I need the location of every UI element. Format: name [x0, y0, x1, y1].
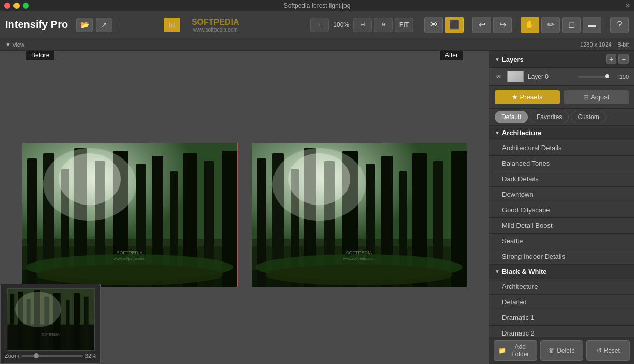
eye-icon: 👁 [496, 73, 502, 80]
default-filter-label: Default [501, 113, 521, 121]
preset-dark-details[interactable]: Dark Details [489, 171, 634, 187]
redo-icon: ↪ [499, 20, 506, 30]
star-icon: ★ [512, 93, 520, 101]
favorites-filter-label: Favorites [537, 113, 562, 121]
brush-tool-button[interactable]: ✏ [541, 17, 560, 33]
adjust-tab-label: Adjust [590, 93, 609, 101]
close-button[interactable] [4, 3, 10, 9]
svg-point-19 [59, 153, 121, 205]
favorites-filter-tab[interactable]: Favorites [530, 111, 569, 123]
status-info: 1280 x 1024 8-bit [580, 41, 629, 48]
split-view-icon: ⊞ [169, 21, 175, 29]
preset-bw-dramatic2[interactable]: Dramatic 2 [489, 326, 634, 337]
layer-visibility-toggle[interactable]: 👁 [495, 72, 503, 81]
zoom-slider[interactable] [21, 355, 83, 357]
reset-icon: ↺ [597, 347, 602, 354]
remove-layer-button[interactable]: − [618, 54, 629, 64]
filter-tabs: Default Favorites Custom [489, 109, 634, 126]
minus-icon: − [622, 55, 626, 63]
presets-list[interactable]: ▼ Architecture Architectural Details Bal… [489, 126, 634, 337]
zoom-plus-icon: ⊕ [361, 21, 365, 28]
add-layer-button[interactable]: + [606, 54, 616, 64]
preset-good-cityscape[interactable]: Good Cityscape [489, 202, 634, 218]
eye-tool-button[interactable]: 👁 [424, 17, 443, 33]
svg-point-39 [266, 265, 452, 285]
after-label: After [440, 51, 463, 60]
after-forest-svg: SOFTPEDIA www.softpedia.com [252, 143, 467, 287]
add-folder-icon: 📁 [498, 347, 506, 354]
preset-mild-detail-boost[interactable]: Mild Detail Boost [489, 218, 634, 234]
preset-architectural-details[interactable]: Architectural Details [489, 140, 634, 156]
layers-header: ▼ Layers + − [489, 51, 634, 68]
watermark-logo: SOFTPEDIA [192, 17, 239, 26]
presets-tab[interactable]: ★ Presets [495, 90, 560, 104]
canvas-area[interactable]: Before After [0, 51, 489, 364]
adjust-tab[interactable]: ⊞ Adjust [564, 90, 629, 104]
eraser-icon: ◻ [568, 20, 575, 30]
titlebar-right-control: ⊠ [625, 2, 630, 9]
reset-button[interactable]: ↺ Reset [586, 340, 630, 361]
preset-balanced-tones[interactable]: Balanced Tones [489, 156, 634, 171]
layer-opacity-value: 100 [613, 74, 629, 80]
black-white-category[interactable]: ▼ Black & White [489, 265, 634, 279]
titlebar: Softpedia forest light.jpg ⊠ [0, 0, 634, 11]
delete-button[interactable]: 🗑 Delete [540, 340, 584, 361]
view-split-button[interactable]: ⊞ [164, 18, 180, 32]
svg-rect-46 [10, 294, 14, 350]
before-label: Before [26, 51, 54, 60]
maximize-button[interactable] [23, 3, 29, 9]
rectangle-tool-button[interactable]: ▬ [583, 17, 601, 33]
action-bar: 📁 Add Folder 🗑 Delete ↺ Reset [489, 337, 634, 364]
preset-bw-architecture[interactable]: Architecture [489, 279, 634, 295]
split-divider[interactable] [237, 143, 238, 287]
bit-depth: 8-bit [618, 41, 629, 48]
rectangle-icon: ▬ [588, 20, 596, 30]
image-pair: SOFTPEDIA www.softpedia.com [22, 143, 467, 287]
view-control[interactable]: ▼ view [5, 41, 24, 48]
preset-downtown[interactable]: Downtown [489, 187, 634, 202]
zoom-in-button[interactable]: + [310, 18, 329, 32]
layers-controls: + − [606, 54, 629, 64]
open-button[interactable]: 📂 [76, 18, 93, 32]
preset-strong-indoor-details[interactable]: Strong Indoor Details [489, 249, 634, 265]
preset-bw-detailed[interactable]: Detailed [489, 295, 634, 310]
architecture-category[interactable]: ▼ Architecture [489, 126, 634, 140]
thumbnail-image: SOFTPEDIA [7, 288, 95, 351]
svg-text:SOFTPEDIA: SOFTPEDIA [42, 333, 59, 336]
traffic-lights[interactable] [4, 3, 29, 9]
eye-icon: 👁 [429, 20, 438, 30]
preset-seattle[interactable]: Seattle [489, 234, 634, 249]
zoom-in-icon: + [318, 22, 321, 28]
custom-filter-tab[interactable]: Custom [571, 111, 606, 123]
help-button[interactable]: ? [610, 17, 629, 33]
compare-tool-button[interactable]: ⬛ [445, 17, 464, 33]
zoom-percent: 32% [85, 353, 96, 359]
eraser-tool-button[interactable]: ◻ [562, 17, 581, 33]
layer-opacity-slider[interactable] [578, 76, 609, 78]
architecture-category-name: Architecture [502, 129, 542, 137]
default-filter-tab[interactable]: Default [495, 111, 528, 123]
preset-bw-dramatic1[interactable]: Dramatic 1 [489, 310, 634, 326]
zoom-slider-thumb[interactable] [34, 353, 39, 358]
layers-collapse-icon[interactable]: ▼ [495, 56, 500, 62]
export-button[interactable]: ↗ [96, 18, 112, 32]
statusbar: ▼ view 1280 x 1024 8-bit [0, 38, 634, 51]
toolbar-divider-5 [606, 17, 606, 31]
presets-tab-label: Presets [520, 93, 543, 101]
minimize-button[interactable] [13, 3, 20, 9]
hand-tool-button[interactable]: ✋ [521, 17, 539, 33]
redo-button[interactable]: ↪ [493, 17, 512, 33]
zoom-in-plus-button[interactable]: ⊕ [353, 18, 372, 32]
adjust-icon: ⊞ [583, 93, 590, 101]
fit-button[interactable]: FIT [395, 18, 413, 32]
layer-opacity-thumb[interactable] [605, 74, 609, 78]
thumbnail-panel[interactable]: SOFTPEDIA Zoom 32% [0, 284, 101, 364]
watermark-url: www.softpedia.com [192, 26, 239, 32]
before-image: SOFTPEDIA www.softpedia.com [22, 143, 237, 287]
undo-button[interactable]: ↩ [472, 17, 491, 33]
zoom-out-button[interactable]: ⊖ [374, 18, 393, 32]
layer-row[interactable]: 👁 Layer 0 100 [489, 68, 634, 86]
before-forest-svg: SOFTPEDIA www.softpedia.com [22, 143, 237, 287]
svg-rect-53 [74, 293, 80, 350]
add-folder-button[interactable]: 📁 Add Folder [494, 340, 537, 361]
